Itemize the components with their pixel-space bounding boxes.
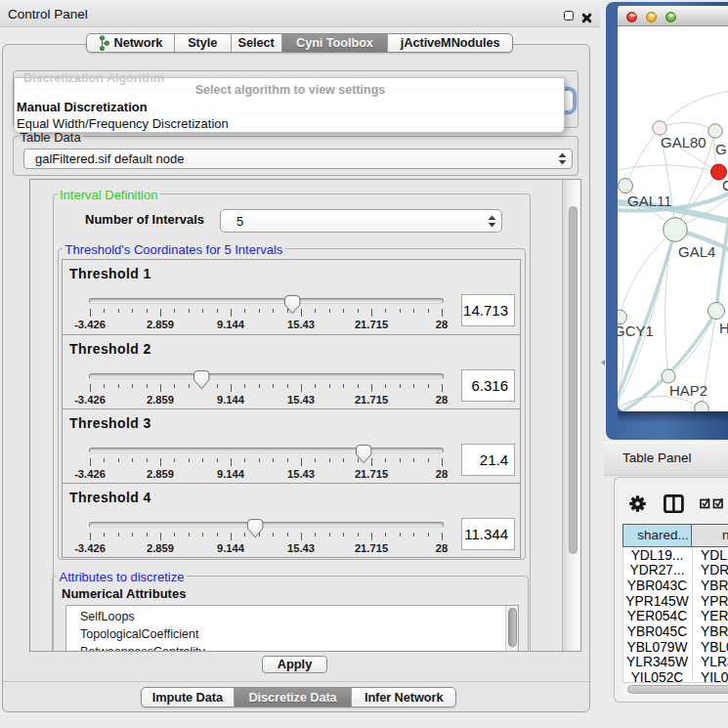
network-node[interactable] xyxy=(664,218,688,242)
table-row[interactable]: YLR345WYLR3 xyxy=(622,655,728,670)
attribute-list-item[interactable]: TopologicalCoefficient xyxy=(66,625,518,643)
threshold-value-field[interactable]: 14.713 xyxy=(461,294,515,326)
table-row[interactable]: YBR045CYBR0 xyxy=(622,624,728,640)
slider-minor-tick xyxy=(202,533,203,536)
number-of-intervals-value: 5 xyxy=(221,214,482,229)
dropdown-option-equal-width[interactable]: Equal Width/Frequency Discretization xyxy=(15,115,564,132)
slider-track[interactable] xyxy=(89,298,444,304)
slider-minor-tick xyxy=(329,533,330,536)
slider-major-tick xyxy=(301,533,302,540)
tab-impute-data[interactable]: Impute Data xyxy=(142,688,235,707)
bottom-tab-bar: Impute DataDiscretize DataInfer Network xyxy=(141,687,456,708)
cell-shared-name: YER054C xyxy=(622,609,692,623)
scrollbar-thumb[interactable] xyxy=(569,206,578,554)
zoom-traffic-light[interactable] xyxy=(665,12,676,22)
network-node[interactable] xyxy=(708,124,722,138)
threshold-value-field[interactable]: 6.316 xyxy=(461,369,515,402)
slider-minor-tick xyxy=(217,458,218,462)
network-node[interactable] xyxy=(662,369,675,383)
network-edge xyxy=(660,123,715,131)
slider-minor-tick xyxy=(104,309,105,313)
slider-thumb[interactable] xyxy=(284,295,301,315)
tab-label: Infer Network xyxy=(364,690,443,705)
number-of-intervals-combobox[interactable]: 5 xyxy=(220,209,502,233)
slider-minor-tick xyxy=(244,309,245,313)
settings-scrollbar[interactable] xyxy=(562,180,580,651)
attribute-list-item[interactable]: BetweennessCentrality xyxy=(66,643,518,652)
scrollbar-thumb[interactable] xyxy=(627,685,728,694)
threshold-value-field[interactable]: 11.344 xyxy=(461,518,515,550)
cell-shared-name: YBL079W xyxy=(622,640,692,655)
tab-select[interactable]: Select xyxy=(232,34,282,52)
slider-track[interactable] xyxy=(89,448,444,453)
slider-minor-tick xyxy=(118,533,119,536)
table-row[interactable]: YBL079WYBL0 xyxy=(622,640,728,656)
slider-thumb[interactable] xyxy=(193,370,210,390)
close-traffic-light[interactable] xyxy=(626,12,637,22)
cell-name: YLR3 xyxy=(701,655,728,669)
tab-style[interactable]: Style xyxy=(175,34,232,52)
table-data-combobox[interactable]: galFiltered.sif default node xyxy=(23,149,573,169)
network-node[interactable] xyxy=(708,303,725,320)
cell-name: YBR0 xyxy=(701,578,728,593)
slider-minor-tick xyxy=(147,309,148,313)
tab-label: Select xyxy=(238,35,275,50)
float-window-icon[interactable] xyxy=(564,11,574,21)
slider-minor-tick xyxy=(118,458,119,462)
table-row[interactable]: YDL19...YDL1 xyxy=(622,548,728,564)
checkboxes-icon[interactable] xyxy=(700,497,725,509)
slider-track[interactable] xyxy=(89,373,444,379)
table-row[interactable]: YPR145WYPR1 xyxy=(622,594,728,610)
threshold-value-field[interactable]: 21.4 xyxy=(461,444,515,476)
tab-infer-network[interactable]: Infer Network xyxy=(352,688,455,707)
numerical-attributes-list[interactable]: SelfLoopsTopologicalCoefficientBetweenne… xyxy=(65,605,519,652)
network-node-label: GAL4 xyxy=(678,243,715,260)
divider-arrow-icon[interactable] xyxy=(601,360,605,365)
network-canvas[interactable]: GAL80GCGAL11GAL4GCY1HHAP2 xyxy=(618,26,728,411)
gear-icon[interactable] xyxy=(629,495,646,512)
tab-network[interactable]: Network xyxy=(87,34,175,52)
tab-discretize-data[interactable]: Discretize Data xyxy=(235,688,353,707)
slider-thumb[interactable] xyxy=(356,445,372,464)
table-row[interactable]: YBR043CYBR0 xyxy=(622,578,728,594)
slider-minor-tick xyxy=(428,458,429,462)
tab-cyni-toolbox[interactable]: Cyni Toolbox xyxy=(282,34,389,52)
table-row[interactable]: YDR27...YDR2 xyxy=(622,563,728,578)
threshold-label: Threshold 2 xyxy=(69,341,151,357)
slider-minor-tick xyxy=(132,384,133,388)
columns-icon[interactable] xyxy=(664,494,684,513)
scrollbar-thumb[interactable] xyxy=(508,608,517,647)
cell-shared-name: YLR345W xyxy=(622,655,692,669)
slider-minor-tick xyxy=(413,533,414,536)
slider-minor-tick xyxy=(118,309,119,313)
slider-minor-tick xyxy=(259,384,260,388)
threshold-box-2: Threshold 2-3.4262.8599.14415.4321.71528… xyxy=(62,334,521,409)
slider-minor-tick xyxy=(315,458,316,462)
close-icon[interactable] xyxy=(581,10,592,27)
slider-minor-tick xyxy=(132,458,133,462)
table-row[interactable]: YER054CYER0 xyxy=(622,609,728,624)
tick-label: 9.144 xyxy=(217,319,244,330)
network-window-titlebar xyxy=(618,6,728,26)
column-header-name[interactable]: n xyxy=(692,524,728,547)
column-header-shared-name[interactable]: shared... xyxy=(622,524,692,547)
network-node[interactable] xyxy=(695,402,709,411)
control-panel-titlebar xyxy=(0,0,600,27)
tab-jactivemnodules[interactable]: jActiveMNodules xyxy=(388,34,512,52)
slider-minor-tick xyxy=(329,458,330,462)
number-of-intervals-label: Number of Intervals xyxy=(85,212,204,227)
apply-button[interactable]: Apply xyxy=(262,656,327,673)
interval-definition-group-title: Interval Definition xyxy=(58,188,160,202)
attribute-list-item[interactable]: SelfLoops xyxy=(66,608,518,625)
slider-minor-tick xyxy=(273,384,274,388)
attributes-list-scrollbar[interactable] xyxy=(505,606,518,651)
minimize-traffic-light[interactable] xyxy=(646,12,657,22)
slider-track[interactable] xyxy=(89,522,444,528)
network-node[interactable] xyxy=(619,179,633,193)
slider-thumb[interactable] xyxy=(247,519,264,538)
dropdown-option-manual[interactable]: Manual Discretization xyxy=(15,99,564,115)
attributes-list-items: SelfLoopsTopologicalCoefficientBetweenne… xyxy=(66,606,518,652)
table-horizontal-scrollbar[interactable] xyxy=(622,682,728,696)
tick-label: 15.43 xyxy=(287,468,315,480)
slider-minor-tick xyxy=(174,458,175,462)
